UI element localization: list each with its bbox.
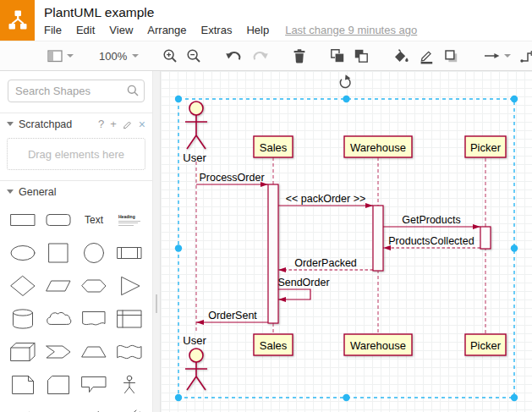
fill-color-button[interactable] [388,44,414,68]
chevron-down-icon [132,54,139,58]
shape-circle[interactable] [76,240,112,266]
message-send-order[interactable] [278,289,310,299]
selection-handle-sw[interactable] [175,394,182,401]
message-label: OrderPacked [294,257,357,269]
toolbar: 100% [0,41,532,71]
actor-label-bottom: User [183,334,206,347]
selection-handle-ne[interactable] [511,96,518,102]
shape-ellipse[interactable] [5,240,41,266]
shape-diamond[interactable] [5,273,41,299]
general-title: General [19,186,56,198]
zoom-level-value: 100% [97,50,129,63]
shape-rounded-rectangle[interactable] [41,207,76,233]
zoom-out-icon [186,48,201,63]
shape-arrow[interactable] [76,405,112,412]
chevron-down-icon [67,54,74,58]
zoom-in-icon [162,48,178,63]
undo-icon [225,49,243,63]
document-title[interactable]: PlantUML example [44,5,154,20]
scratchpad-dropzone[interactable]: Drag elements here [7,138,145,170]
waypoints-style-button[interactable] [515,44,532,68]
shape-rectangle[interactable] [5,207,41,233]
shape-document[interactable] [76,306,112,332]
shape-parallelogram[interactable] [41,273,76,299]
shape-actor[interactable] [112,372,147,398]
menu-help[interactable]: Help [246,24,269,36]
fill-color-icon [392,48,409,63]
selection-handle-e[interactable] [511,244,518,251]
view-panels-button[interactable] [42,44,78,68]
last-change-link[interactable]: Last change 9 minutes ago [285,24,417,36]
shape-step[interactable] [41,339,76,365]
collapse-triangle-icon [7,190,14,194]
zoom-level-dropdown[interactable]: 100% [93,44,143,68]
zoom-in-button[interactable] [158,44,182,68]
scratchpad-header[interactable]: Scratchpad ? + × [0,113,152,135]
activation-bar-picker[interactable] [480,227,491,249]
shape-callout[interactable] [76,372,112,398]
shape-text[interactable]: Text [76,207,112,233]
shape-note[interactable] [5,372,41,398]
shape-curve[interactable] [5,405,41,412]
drawio-logo-icon [0,0,35,41]
sidebar-splitter[interactable] [152,71,161,412]
shadow-button[interactable] [439,44,463,68]
zoom-out-button[interactable] [182,44,206,68]
selection-handle-nw[interactable] [175,96,182,102]
line-color-icon [418,47,435,64]
search-input[interactable] [8,80,145,102]
panel-layout-icon [47,48,63,63]
menu-extras[interactable]: Extras [201,24,233,36]
menu-file[interactable]: File [44,24,62,36]
selection-handle-se[interactable] [511,394,518,401]
general-section-header[interactable]: General [0,180,152,202]
delete-button[interactable] [288,44,310,68]
shape-triangle[interactable] [112,273,147,299]
menu-view[interactable]: View [109,24,133,36]
shape-textbox[interactable]: Heading [112,207,147,233]
scratchpad-title: Scratchpad [19,118,72,130]
to-front-button[interactable] [326,44,349,68]
scratchpad-help-icon[interactable]: ? [98,118,104,130]
shape-trapezoid[interactable] [76,339,112,365]
activation-bar-warehouse[interactable] [373,206,383,271]
diagram-canvas[interactable]: ProcessOrder << packOrder >> GetProducts… [161,71,532,412]
scratchpad-add-icon[interactable]: + [110,118,117,130]
shape-card[interactable] [41,372,76,398]
to-back-button[interactable] [349,44,373,68]
shape-internal-storage[interactable] [112,306,147,332]
connection-style-button[interactable] [479,44,515,68]
shape-tape[interactable] [112,339,147,365]
shape-hexagon[interactable] [76,273,112,299]
selection-handle-n[interactable] [343,96,349,102]
redo-button[interactable] [247,44,273,68]
message-label: ProcessOrder [199,172,264,184]
shape-square[interactable] [41,240,76,266]
to-front-icon [330,48,345,63]
scratchpad-hint: Drag elements here [28,148,124,161]
undo-button[interactable] [221,44,247,68]
selection-handle-s[interactable] [343,394,349,401]
redo-icon [251,49,269,63]
actor-user-top[interactable] [185,102,207,149]
menu-edit[interactable]: Edit [76,24,95,36]
menu-arrange[interactable]: Arrange [147,24,186,36]
scratchpad-edit-pencil-icon[interactable] [123,119,133,129]
actor-user-bottom[interactable] [185,349,207,390]
scratchpad-close-icon[interactable]: × [139,118,145,131]
shape-cloud[interactable] [41,306,76,332]
shape-cylinder[interactable] [5,306,41,332]
line-color-button[interactable] [414,44,439,68]
activation-bar-sales[interactable] [268,184,278,323]
shape-process[interactable] [112,240,147,266]
connection-arrow-icon [483,50,501,62]
header: PlantUML example File Edit View Arrange … [0,0,532,41]
shape-bidirectional-arrow[interactable] [41,405,76,412]
shape-cube[interactable] [5,339,41,365]
selection-handle-w[interactable] [175,244,182,251]
shape-link[interactable] [112,405,147,412]
participant-label: Sales [260,339,288,352]
rotate-handle-icon[interactable] [340,74,350,87]
actor-label-top: User [183,151,206,164]
trash-icon [293,48,306,63]
